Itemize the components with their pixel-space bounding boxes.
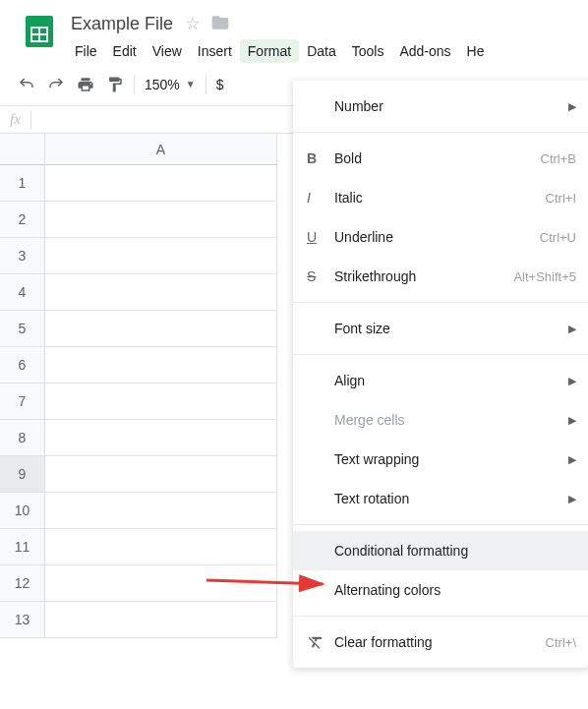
row-header[interactable]: 1 [0, 165, 45, 202]
fx-label: fx [0, 111, 30, 128]
menu-insert[interactable]: Insert [190, 39, 240, 63]
currency-format[interactable]: $ [210, 77, 230, 92]
zoom-select[interactable]: 150%▼ [139, 77, 202, 92]
submenu-arrow-icon: ▶ [568, 323, 576, 335]
menu-text-wrapping[interactable]: Text wrapping▶ [293, 440, 588, 479]
menu-bold[interactable]: B BoldCtrl+B [293, 139, 588, 178]
clear-format-icon [307, 633, 334, 651]
cell[interactable] [45, 456, 277, 493]
menu-strikethrough[interactable]: S StrikethroughAlt+Shift+5 [293, 257, 588, 296]
row-header[interactable]: 3 [0, 238, 45, 274]
menu-view[interactable]: View [145, 39, 190, 63]
sheets-logo[interactable] [20, 12, 59, 51]
menu-help[interactable]: He [459, 39, 493, 63]
row-header[interactable]: 4 [0, 274, 45, 311]
underline-icon: U [307, 229, 334, 245]
cell[interactable] [45, 420, 277, 456]
menu-underline[interactable]: U UnderlineCtrl+U [293, 217, 588, 257]
menu-data[interactable]: Data [299, 39, 344, 63]
cell[interactable] [45, 238, 277, 274]
italic-icon: I [307, 190, 334, 206]
cell[interactable] [45, 529, 277, 565]
cell[interactable] [45, 347, 277, 384]
cell[interactable] [45, 202, 277, 238]
row-header[interactable]: 2 [0, 202, 45, 238]
menu-alternating-colors[interactable]: Alternating colors [293, 570, 588, 610]
row-header[interactable]: 11 [0, 529, 45, 565]
strikethrough-icon: S [307, 268, 334, 284]
submenu-arrow-icon: ▶ [568, 100, 576, 113]
submenu-arrow-icon: ▶ [568, 453, 576, 466]
menu-tools[interactable]: Tools [344, 39, 392, 63]
column-header[interactable]: A [45, 134, 277, 165]
row-header[interactable]: 10 [0, 493, 45, 529]
row-header[interactable]: 13 [0, 602, 45, 638]
paint-format-icon[interactable] [100, 72, 130, 97]
star-icon[interactable]: ☆ [185, 13, 201, 34]
move-folder-icon[interactable] [210, 13, 230, 35]
document-title[interactable]: Example File [67, 14, 177, 34]
menu-file[interactable]: File [67, 39, 105, 63]
menu-align[interactable]: Align▶ [293, 361, 588, 400]
menu-text-rotation[interactable]: Text rotation▶ [293, 479, 588, 518]
menu-addons[interactable]: Add-ons [391, 39, 458, 63]
cell[interactable] [45, 274, 277, 311]
submenu-arrow-icon: ▶ [568, 414, 576, 427]
cell[interactable] [45, 165, 277, 202]
undo-icon[interactable] [12, 72, 41, 97]
menu-merge-cells: Merge cells▶ [293, 400, 588, 440]
row-header[interactable]: 8 [0, 420, 45, 456]
menu-italic[interactable]: I ItalicCtrl+I [293, 178, 588, 217]
bold-icon: B [307, 150, 334, 166]
menu-clear-formatting[interactable]: Clear formattingCtrl+\ [293, 622, 588, 662]
menu-number[interactable]: Number▶ [293, 87, 588, 126]
menu-font-size[interactable]: Font size▶ [293, 309, 588, 348]
row-header[interactable]: 12 [0, 565, 45, 602]
row-header[interactable]: 9 [0, 456, 45, 493]
submenu-arrow-icon: ▶ [568, 493, 576, 505]
menu-conditional-formatting[interactable]: Conditional formatting [293, 531, 588, 570]
cell[interactable] [45, 493, 277, 529]
print-icon[interactable] [71, 72, 100, 97]
cell[interactable] [45, 384, 277, 420]
menu-bar: File Edit View Insert Format Data Tools … [67, 35, 580, 63]
menu-format[interactable]: Format [240, 39, 299, 63]
redo-icon[interactable] [41, 72, 71, 97]
cell[interactable] [45, 311, 277, 347]
cell[interactable] [45, 602, 277, 638]
row-header[interactable]: 6 [0, 347, 45, 384]
submenu-arrow-icon: ▶ [568, 375, 576, 387]
cell[interactable] [45, 565, 277, 602]
row-header[interactable]: 7 [0, 384, 45, 420]
menu-edit[interactable]: Edit [105, 39, 145, 63]
select-all-corner[interactable] [0, 134, 45, 165]
format-dropdown: Number▶ B BoldCtrl+B I ItalicCtrl+I U Un… [293, 81, 588, 668]
row-header[interactable]: 5 [0, 311, 45, 347]
